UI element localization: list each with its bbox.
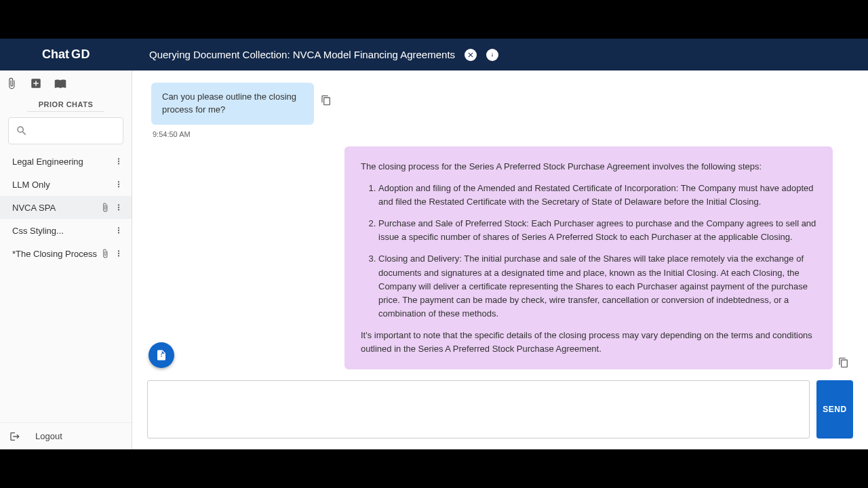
compose-row: SEND [132,372,868,449]
sidebar-item-legal-engineering[interactable]: Legal Engineering [0,150,132,173]
logout-button[interactable]: Logout [0,422,132,449]
sidebar-toolbar [0,70,132,96]
app-logo: Chat GD [0,47,132,62]
info-icon [488,51,496,59]
user-message-text: Can you please outline the closing proce… [162,92,296,115]
sidebar: PRIOR CHATS Legal Engineering LLM Only N… [0,70,132,449]
paperclip-icon [5,77,18,89]
header-title-row: Querying Document Collection: NVCA Model… [132,49,868,61]
app-body: PRIOR CHATS Legal Engineering LLM Only N… [0,70,868,449]
document-icon [155,349,167,361]
info-button[interactable] [486,49,498,61]
sidebar-item-llm-only[interactable]: LLM Only [0,173,132,196]
search-input[interactable] [8,117,123,144]
close-collection-button[interactable] [465,49,477,61]
assistant-message-bubble: The closing process for the Series A Pre… [344,146,833,370]
prior-chats-label: PRIOR CHATS [0,96,132,111]
send-button[interactable]: SEND [816,380,853,439]
assistant-intro: The closing process for the Series A Pre… [361,160,816,174]
more-vert-icon [114,157,123,166]
app-header: Chat GD Querying Document Collection: NV… [0,39,868,70]
assistant-step: Adoption and filing of the Amended and R… [378,182,816,209]
logout-icon [9,431,20,442]
attach-button[interactable] [5,77,18,89]
more-button[interactable] [113,180,125,189]
copy-assistant-message-button[interactable] [838,357,849,368]
library-button[interactable] [54,77,66,89]
more-vert-icon [114,203,123,212]
attachment-icon [100,203,110,212]
plus-box-icon [30,77,42,89]
more-button[interactable] [113,249,125,258]
sidebar-item-closing-process[interactable]: *The Closing Process [0,242,132,265]
book-open-icon [54,77,66,89]
user-message-bubble: Can you please outline the closing proce… [151,83,314,125]
more-button[interactable] [113,203,125,212]
divider [27,111,104,112]
logout-label: Logout [35,431,62,441]
more-button[interactable] [113,157,125,166]
user-message-row: Can you please outline the closing proce… [151,83,849,125]
more-vert-icon [114,226,123,235]
user-message-timestamp: 9:54:50 AM [153,130,849,138]
chat-list: Legal Engineering LLM Only NVCA SPA Css … [0,150,132,422]
more-button[interactable] [113,226,125,235]
sidebar-item-nvca-spa[interactable]: NVCA SPA [0,196,132,219]
copy-icon [838,357,849,368]
message-input[interactable] [147,380,810,439]
search-icon [16,125,28,137]
new-chat-button[interactable] [30,77,42,89]
logo-suffix: GD [71,47,90,62]
assistant-message-row: The closing process for the Series A Pre… [151,146,849,370]
logo-text: Chat [42,47,69,62]
app-window: Chat GD Querying Document Collection: NV… [0,39,868,449]
copy-user-message-button[interactable] [321,95,332,106]
assistant-step: Purchase and Sale of Preferred Stock: Ea… [378,217,816,244]
copy-icon [321,95,332,106]
document-fab-button[interactable] [149,342,174,368]
search-wrap [0,117,132,150]
main-panel: Can you please outline the closing proce… [132,70,868,449]
more-vert-icon [114,180,123,189]
assistant-steps-list: Adoption and filing of the Amended and R… [361,182,816,321]
assistant-step: Closing and Delivery: The initial purcha… [378,252,816,321]
attachment-icon [100,249,110,258]
more-vert-icon [114,249,123,258]
assistant-outro: It's important to note that the specific… [361,329,816,356]
chat-scroll[interactable]: Can you please outline the closing proce… [132,70,868,372]
close-icon [467,51,475,59]
page-title: Querying Document Collection: NVCA Model… [149,49,455,60]
sidebar-item-css-styling[interactable]: Css Styling... [0,219,132,242]
